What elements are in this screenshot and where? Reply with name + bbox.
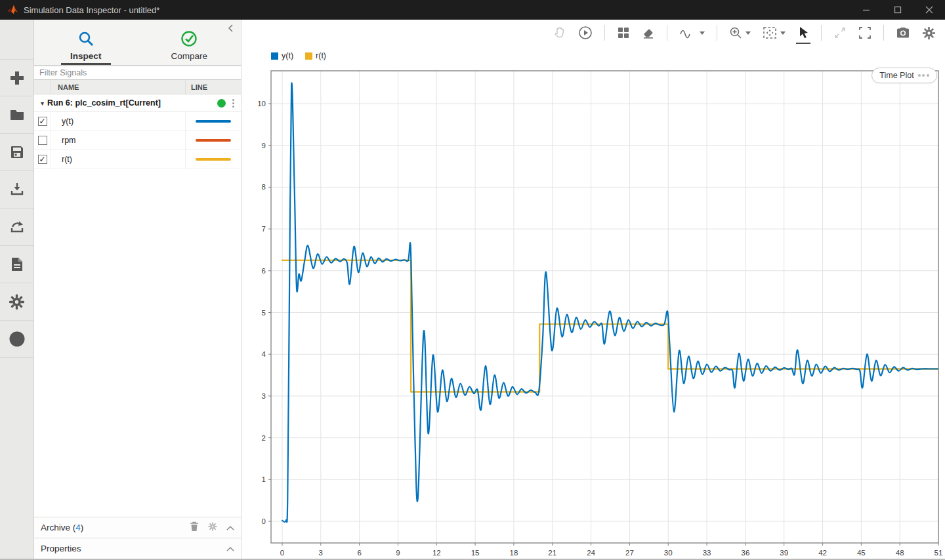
legend-item[interactable]: r(t) xyxy=(305,51,326,60)
archive-bar[interactable]: Archive (4) xyxy=(34,517,241,538)
chevron-left-icon[interactable] xyxy=(226,24,237,34)
layout-grid-icon[interactable] xyxy=(617,26,630,39)
pointer-icon[interactable] xyxy=(797,26,809,39)
run-status-dot xyxy=(217,99,226,108)
export-icon[interactable] xyxy=(0,209,33,246)
minimize-button[interactable] xyxy=(850,0,882,20)
table-row-rt[interactable]: ✓ r(t) xyxy=(34,150,241,169)
archive-paren2: ) xyxy=(81,523,84,532)
signal-name: rpm xyxy=(51,136,185,145)
tab-compare[interactable]: Compare xyxy=(138,20,242,65)
signal-name: y(t) xyxy=(51,117,185,126)
yt-checkbox[interactable]: ✓ xyxy=(38,117,47,126)
svg-text:6: 6 xyxy=(262,267,266,275)
chevron-up-icon[interactable] xyxy=(226,523,234,532)
signal-table-header: NAME LINE xyxy=(34,80,241,94)
sdi-window: Simulation Data Inspector - untitled* xyxy=(0,0,945,560)
table-row-yt[interactable]: ✓ y(t) xyxy=(34,112,241,131)
rt-checkbox[interactable]: ✓ xyxy=(38,155,47,164)
zoom-in-icon[interactable] xyxy=(729,26,751,39)
svg-text:15: 15 xyxy=(471,549,480,557)
settings-gear-icon[interactable] xyxy=(922,26,936,40)
matlab-logo-icon xyxy=(7,4,18,16)
properties-label: Properties xyxy=(41,544,81,553)
add-icon[interactable] xyxy=(0,59,33,96)
check-column-header xyxy=(34,80,51,94)
grid-lines xyxy=(271,71,938,543)
chevron-up-icon[interactable] xyxy=(226,544,234,553)
svg-text:30: 30 xyxy=(664,549,673,557)
run-menu-icon[interactable] xyxy=(232,99,234,108)
filter-signals-input[interactable] xyxy=(34,66,241,80)
svg-text:9: 9 xyxy=(396,549,400,557)
svg-text:33: 33 xyxy=(703,549,711,557)
table-row-rpm[interactable]: rpm xyxy=(34,131,241,150)
series-y(t)[interactable] xyxy=(282,83,938,522)
plot-toolbar xyxy=(242,20,945,46)
tab-inspect-label: Inspect xyxy=(70,51,101,61)
title-bar: Simulation Data Inspector - untitled* xyxy=(0,0,945,20)
replay-icon[interactable] xyxy=(578,26,593,40)
chevron-down-icon xyxy=(700,31,705,35)
svg-text:51: 51 xyxy=(934,549,943,557)
maximize-button[interactable] xyxy=(882,0,914,20)
plot-area: y(t)r(t) Time Plot 036912151821242730333… xyxy=(242,20,945,559)
axes-box xyxy=(271,71,938,543)
mode-tabs: Inspect Compare xyxy=(34,20,241,66)
left-toolstrip: ? xyxy=(0,20,34,559)
search-icon xyxy=(77,30,94,47)
import-icon[interactable] xyxy=(0,171,33,209)
archive-count: 4 xyxy=(75,523,81,532)
properties-bar[interactable]: Properties xyxy=(34,538,241,559)
rt-line-swatch[interactable] xyxy=(196,158,231,161)
svg-text:0: 0 xyxy=(262,517,266,525)
svg-text:5: 5 xyxy=(262,309,266,317)
window-title: Simulation Data Inspector - untitled* xyxy=(24,5,159,15)
svg-text:18: 18 xyxy=(510,549,518,557)
svg-text:27: 27 xyxy=(625,549,634,557)
svg-text:10: 10 xyxy=(257,100,266,108)
fullscreen-icon[interactable] xyxy=(858,26,872,39)
svg-text:7: 7 xyxy=(262,225,266,233)
tab-compare-label: Compare xyxy=(171,51,207,61)
preferences-icon[interactable] xyxy=(0,283,33,321)
tab-inspect[interactable]: Inspect xyxy=(34,20,138,65)
rpm-line-swatch[interactable] xyxy=(196,139,231,142)
compare-check-icon xyxy=(180,30,198,47)
signal-style-icon[interactable] xyxy=(679,26,705,39)
archive-label: Archive xyxy=(41,523,70,532)
svg-text:3: 3 xyxy=(262,392,266,400)
run-row[interactable]: ▾ Run 6: plc_cosim_rt[Current] xyxy=(34,94,241,112)
chevron-down-icon xyxy=(746,31,751,35)
legend-item[interactable]: y(t) xyxy=(271,51,293,60)
time-plot-chart[interactable]: 0369121518212427303336394245485101234567… xyxy=(242,66,945,560)
help-icon[interactable]: ? xyxy=(0,321,33,358)
fit-to-view-icon[interactable] xyxy=(763,26,786,39)
trash-icon[interactable] xyxy=(190,521,199,534)
run-label: Run 6: plc_cosim_rt[Current] xyxy=(47,98,161,108)
svg-text:21: 21 xyxy=(548,549,556,557)
line-column-header: LINE xyxy=(185,80,241,94)
expand-icon[interactable] xyxy=(833,26,847,39)
expand-triangle-icon[interactable]: ▾ xyxy=(41,100,44,107)
svg-text:6: 6 xyxy=(357,549,361,557)
eraser-icon[interactable] xyxy=(642,26,655,39)
pan-hand-icon[interactable] xyxy=(553,26,566,39)
yt-line-swatch[interactable] xyxy=(196,120,231,123)
open-folder-icon[interactable] xyxy=(0,96,33,134)
badge-menu-icon[interactable] xyxy=(918,74,929,77)
gear-icon[interactable] xyxy=(208,522,217,533)
svg-text:24: 24 xyxy=(587,549,595,557)
rpm-checkbox[interactable] xyxy=(38,136,47,145)
series-r(t)[interactable] xyxy=(282,260,938,392)
svg-text:48: 48 xyxy=(896,549,904,557)
snapshot-camera-icon[interactable] xyxy=(896,26,910,39)
legend-swatch xyxy=(271,52,278,60)
svg-text:2: 2 xyxy=(262,434,266,442)
svg-text:1: 1 xyxy=(262,475,266,483)
signal-name: r(t) xyxy=(51,155,185,164)
save-icon[interactable] xyxy=(0,134,33,171)
close-button[interactable] xyxy=(914,0,945,20)
time-plot-badge[interactable]: Time Plot xyxy=(872,68,937,83)
report-icon[interactable] xyxy=(0,246,33,283)
